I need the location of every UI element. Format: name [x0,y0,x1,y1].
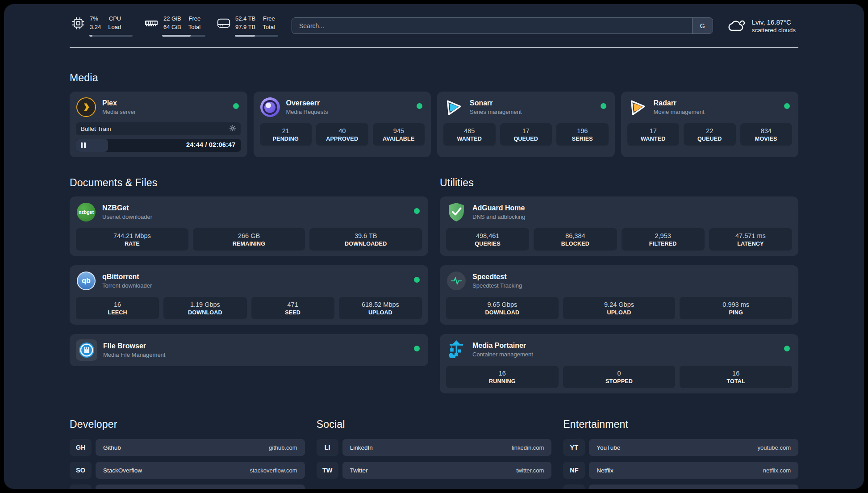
stat-tile: 2,953 FILTERED [622,228,705,251]
search-bar: G [292,17,713,34]
overseerr-subtitle: Media Requests [286,109,328,115]
bookmark-url: stackoverflow.com [250,467,297,474]
stat-tile: 22 QUEUED [684,123,736,146]
stat-tile: 17 WANTED [627,123,680,146]
bookmark-abbr: RE [563,485,585,489]
cpu-stat: 7% 3.24 CPU Load [71,15,133,37]
filebrowser-card[interactable]: File Browser Media File Management [70,334,428,366]
stat-tile: 17 QUEUED [500,123,552,146]
radarr-title: Radarr [654,99,705,107]
stat-tile: 0.993 ms PING [680,297,792,319]
plex-card[interactable]: Plex Media server Bullet Train 24:44 / 0… [70,92,247,157]
adguard-subtitle: DNS and adblocking [472,213,526,220]
stat-tile: 16 RUNNING [446,366,559,388]
nzbget-icon: nzbget [76,202,96,222]
overseerr-card[interactable]: Overseerr Media Requests 21 PENDING 40 A… [254,92,431,157]
stat-tile: 16 TOTAL [680,366,792,388]
portainer-card[interactable]: Media Portainer Container management 16 … [440,334,798,393]
bookmark-netflix[interactable]: NF Netflix netflix.com [563,462,798,479]
media-card-row: Plex Media server Bullet Train 24:44 / 0… [70,92,798,157]
header-bar: 7% 3.24 CPU Load [70,15,798,37]
bookmark-youtube[interactable]: YT YouTube youtube.com [563,439,798,456]
plex-status-dot [233,103,239,109]
stat-tile: 0 STOPPED [563,366,676,388]
bookmark-github[interactable]: GH Github github.com [70,439,305,456]
bookmark-dev[interactable]: DT DEV dev.to [70,485,305,489]
stat-tile: 834 MOVIES [740,123,793,146]
bookmark-abbr: NF [563,462,585,479]
bookmark-name: Twitter [350,467,368,474]
qbittorrent-subtitle: Torrent downloader [102,282,152,289]
plex-icon [76,97,96,117]
utilities-column: Utilities [440,177,798,393]
search-engine-button[interactable]: G [692,18,713,33]
nzbget-card[interactable]: nzbget NZBGet Usenet downloader 744.21 M… [70,196,428,256]
memory-progressbar [162,35,205,37]
bookmark-abbr: DT [70,485,92,489]
stat-tile: 1.19 Gbps DOWNLOAD [163,297,246,319]
plex-subtitle: Media server [102,109,136,115]
sonarr-status-dot [601,103,606,109]
stat-tile: 39.6 TB DOWNLOADED [309,228,422,251]
stat-tile: 21 PENDING [260,123,312,146]
sonarr-subtitle: Series management [470,109,522,115]
entertainment-bookmarks: Entertainment YT YouTube youtube.com NF … [563,418,798,489]
stat-tile: 16 LEECH [76,297,159,319]
stat-tile: 471 SEED [251,297,334,319]
social-bookmarks: Social LI LinkedIn linkedin.com TW Twitt… [317,418,552,489]
bookmark-twitter[interactable]: TW Twitter twitter.com [317,462,552,479]
overseerr-title: Overseerr [286,99,328,107]
cloud-icon [726,17,746,34]
section-title-social: Social [317,418,552,430]
memory-total-value: 64 GiB [163,23,181,32]
cpu-load-value: 3.24 [90,23,101,32]
filebrowser-title: File Browser [103,342,165,350]
search-input[interactable] [292,18,692,33]
plex-playback-progressbar: 24:44 / 02:06:47 [76,139,241,152]
memory-total-label: Total [188,23,200,32]
sonarr-card[interactable]: Sonarr Series management 485 WANTED 17 Q… [437,92,615,157]
overseerr-icon [260,97,280,117]
bookmark-name: LinkedIn [350,444,373,451]
sonarr-title: Sonarr [470,99,522,107]
section-title-developer: Developer [70,418,305,430]
memory-icon [144,18,159,28]
bookmark-reddit[interactable]: RE Reddit reddit.com [563,485,798,489]
portainer-title: Media Portainer [472,342,533,350]
app-window: 7% 3.24 CPU Load [0,0,868,493]
cpu-load-label: Load [108,23,121,32]
stat-tile: 47.571 ms LATENCY [709,228,792,251]
bookmark-stackoverflow[interactable]: SO StackOverflow stackoverflow.com [70,462,305,479]
bookmark-linkedin[interactable]: LI LinkedIn linkedin.com [317,439,552,456]
bookmark-url: netflix.com [763,467,791,474]
memory-stat: 22 GiB 64 GiB Free Total [144,15,205,37]
stat-tile: 9.24 Gbps UPLOAD [563,297,676,319]
qbittorrent-card[interactable]: qb qBittorrent Torrent downloader 16 LEE… [70,265,428,325]
bookmark-url: twitter.com [516,467,544,474]
storage-total-value: 97.9 TB [235,23,255,32]
pause-icon[interactable] [81,142,86,148]
bookmark-abbr: SO [70,462,92,479]
stat-tile: 40 APPROVED [316,123,368,146]
sonarr-icon [442,96,465,119]
storage-stat: 52.4 TB 97.9 TB Free Total [217,15,278,37]
bookmark-url: youtube.com [758,444,791,451]
system-stats: 7% 3.24 CPU Load [71,15,278,37]
memory-free-label: Free [188,15,200,23]
radarr-card[interactable]: Radarr Movie management 17 WANTED 22 QUE… [621,92,799,157]
memory-free-value: 22 GiB [163,15,181,23]
adguard-card[interactable]: AdGuard Home DNS and adblocking 498,461 … [440,196,798,256]
weather-condition: scattered clouds [752,27,796,33]
bookmark-name: YouTube [597,444,620,451]
qbittorrent-title: qBittorrent [102,273,152,281]
bookmark-abbr: YT [563,439,585,456]
speedtest-subtitle: Speedtest Tracking [472,282,522,289]
speedtest-card[interactable]: Speedtest Speedtest Tracking 9.65 Gbps D… [440,265,798,325]
cpu-usage-value: 7% [90,15,101,23]
weather-widget: Lviv, 16.87°C scattered clouds [726,17,797,34]
bookmark-name: Netflix [597,467,613,474]
stat-tile: 9.65 Gbps DOWNLOAD [446,297,559,319]
bookmark-name: StackOverflow [103,467,142,474]
plex-settings-gear-icon[interactable] [229,125,236,134]
section-title-media: Media [70,72,798,84]
